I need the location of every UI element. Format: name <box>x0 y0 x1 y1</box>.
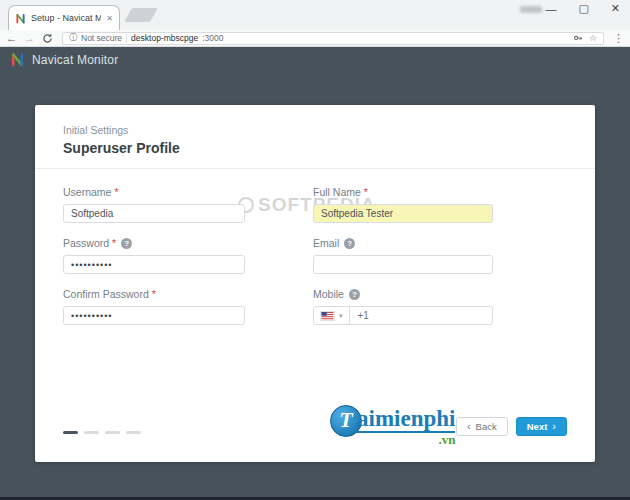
mobile-help-icon[interactable]: ? <box>349 289 360 300</box>
step-progress-indicator <box>63 431 141 434</box>
back-button-label: Back <box>476 421 497 432</box>
username-label: Username <box>63 186 111 198</box>
step-dash <box>84 431 99 434</box>
back-icon[interactable]: ← <box>6 33 17 44</box>
password-key-icon[interactable] <box>573 33 583 43</box>
tab-title: Setup - Navicat Monitor <box>31 13 101 23</box>
back-button[interactable]: ‹ Back <box>456 417 508 436</box>
email-help-icon[interactable]: ? <box>344 238 355 249</box>
mobile-input[interactable]: ▾ +1 <box>313 306 493 325</box>
setup-card: SOFTPEDIA Initial Settings Superuser Pro… <box>35 105 595 462</box>
taimienphi-text: aimienphi <box>357 407 455 433</box>
password-input[interactable] <box>63 255 245 274</box>
address-bar[interactable]: ⓘ Not secure desktop-mbscpge :3000 ☆ <box>62 32 604 45</box>
email-input[interactable] <box>313 255 493 274</box>
us-flag-icon <box>320 311 335 321</box>
tab-close-icon[interactable]: ✕ <box>106 14 113 23</box>
chevron-right-icon: › <box>552 421 556 432</box>
chevron-down-icon: ▾ <box>339 312 343 319</box>
required-mark: * <box>152 288 156 300</box>
omnibox-divider <box>126 34 127 43</box>
email-field-group: Email ? <box>313 237 493 274</box>
browser-tab[interactable]: Setup - Navicat Monitor ✕ <box>8 5 120 30</box>
email-label: Email <box>313 237 339 249</box>
app-title: Navicat Monitor <box>32 53 118 67</box>
bookmark-star-icon[interactable]: ☆ <box>589 34 597 43</box>
chevron-left-icon: ‹ <box>467 421 471 432</box>
step-dash <box>105 431 120 434</box>
card-header: Initial Settings Superuser Profile <box>35 105 595 169</box>
required-mark: * <box>112 237 116 249</box>
password-field-group: Password * ? <box>63 237 245 274</box>
mobile-label: Mobile <box>313 288 344 300</box>
reload-icon[interactable] <box>42 33 53 44</box>
maximize-button[interactable]: ▢ <box>578 2 588 15</box>
url-host: desktop-mbscpge <box>131 33 198 43</box>
confirm-password-input[interactable] <box>63 306 245 325</box>
browser-toolbar: ← → ⓘ Not secure desktop-mbscpge :3000 ☆… <box>0 30 630 47</box>
taimienphi-watermark: T aimienphi .vn <box>330 405 455 447</box>
mobile-field-group: Mobile ? ▾ <box>313 288 493 325</box>
next-button-label: Next <box>527 421 548 432</box>
wizard-footer: ‹ Back Next › <box>63 417 567 436</box>
titlebar-smudge <box>520 6 542 13</box>
country-code-dropdown[interactable]: ▾ <box>314 307 349 324</box>
new-tab-button[interactable] <box>124 8 157 22</box>
step-dash <box>126 431 141 434</box>
navicat-logo-icon <box>10 52 25 67</box>
username-input[interactable] <box>63 204 245 223</box>
minimize-button[interactable]: — <box>545 3 556 15</box>
step-dash-active <box>63 431 78 434</box>
wizard-section-label: Initial Settings <box>63 124 567 136</box>
app-brand: Navicat Monitor <box>10 52 118 67</box>
dial-code-value[interactable]: +1 <box>350 310 369 321</box>
browser-titlebar: Setup - Navicat Monitor ✕ — ▢ ✕ <box>0 0 630 30</box>
username-field-group: Username * <box>63 186 245 223</box>
navicat-favicon <box>15 13 26 24</box>
password-label: Password <box>63 237 109 249</box>
confirm-password-label: Confirm Password <box>63 288 149 300</box>
taimienphi-domain: .vn <box>357 433 455 447</box>
app-background: Navicat Monitor SOFTPEDIA Initial Settin… <box>0 47 630 500</box>
confirm-password-field-group: Confirm Password * <box>63 288 245 325</box>
page-title: Superuser Profile <box>63 140 567 156</box>
password-help-icon[interactable]: ? <box>121 238 132 249</box>
full-name-field-group: Full Name * <box>313 186 493 223</box>
info-icon[interactable]: ⓘ <box>69 34 77 42</box>
close-button[interactable]: ✕ <box>611 2 620 15</box>
security-label: Not secure <box>81 33 122 43</box>
browser-menu-icon[interactable]: ⋮ <box>613 33 624 44</box>
required-mark: * <box>114 186 118 198</box>
next-button[interactable]: Next › <box>516 417 567 436</box>
url-port: :3000 <box>202 33 223 43</box>
forward-icon: → <box>24 33 35 44</box>
full-name-input[interactable] <box>313 204 493 223</box>
